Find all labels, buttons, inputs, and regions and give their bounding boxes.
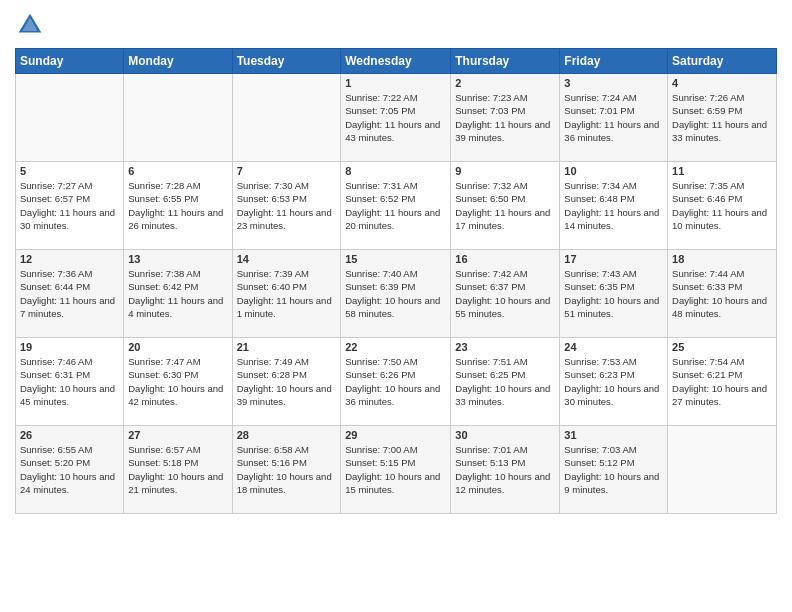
day-info: Sunrise: 7:54 AMSunset: 6:21 PMDaylight:… (672, 355, 772, 408)
calendar-cell: 4Sunrise: 7:26 AMSunset: 6:59 PMDaylight… (668, 74, 777, 162)
day-info: Sunrise: 7:27 AMSunset: 6:57 PMDaylight:… (20, 179, 119, 232)
calendar-cell: 26Sunrise: 6:55 AMSunset: 5:20 PMDayligh… (16, 426, 124, 514)
day-info: Sunrise: 6:55 AMSunset: 5:20 PMDaylight:… (20, 443, 119, 496)
day-info: Sunrise: 7:38 AMSunset: 6:42 PMDaylight:… (128, 267, 227, 320)
calendar-week-row: 26Sunrise: 6:55 AMSunset: 5:20 PMDayligh… (16, 426, 777, 514)
calendar-cell: 16Sunrise: 7:42 AMSunset: 6:37 PMDayligh… (451, 250, 560, 338)
calendar-cell: 15Sunrise: 7:40 AMSunset: 6:39 PMDayligh… (341, 250, 451, 338)
day-number: 1 (345, 77, 446, 89)
day-info: Sunrise: 7:34 AMSunset: 6:48 PMDaylight:… (564, 179, 663, 232)
calendar-cell: 5Sunrise: 7:27 AMSunset: 6:57 PMDaylight… (16, 162, 124, 250)
calendar-cell: 30Sunrise: 7:01 AMSunset: 5:13 PMDayligh… (451, 426, 560, 514)
weekday-header-friday: Friday (560, 49, 668, 74)
weekday-header-wednesday: Wednesday (341, 49, 451, 74)
day-number: 31 (564, 429, 663, 441)
calendar-cell: 6Sunrise: 7:28 AMSunset: 6:55 PMDaylight… (124, 162, 232, 250)
day-info: Sunrise: 7:00 AMSunset: 5:15 PMDaylight:… (345, 443, 446, 496)
day-info: Sunrise: 7:49 AMSunset: 6:28 PMDaylight:… (237, 355, 337, 408)
day-number: 28 (237, 429, 337, 441)
weekday-header-monday: Monday (124, 49, 232, 74)
calendar-cell: 10Sunrise: 7:34 AMSunset: 6:48 PMDayligh… (560, 162, 668, 250)
day-info: Sunrise: 7:26 AMSunset: 6:59 PMDaylight:… (672, 91, 772, 144)
day-info: Sunrise: 6:57 AMSunset: 5:18 PMDaylight:… (128, 443, 227, 496)
weekday-header-row: SundayMondayTuesdayWednesdayThursdayFrid… (16, 49, 777, 74)
calendar-cell: 21Sunrise: 7:49 AMSunset: 6:28 PMDayligh… (232, 338, 341, 426)
calendar-cell (232, 74, 341, 162)
day-info: Sunrise: 7:46 AMSunset: 6:31 PMDaylight:… (20, 355, 119, 408)
day-number: 19 (20, 341, 119, 353)
day-info: Sunrise: 7:24 AMSunset: 7:01 PMDaylight:… (564, 91, 663, 144)
calendar-cell: 18Sunrise: 7:44 AMSunset: 6:33 PMDayligh… (668, 250, 777, 338)
calendar-cell: 25Sunrise: 7:54 AMSunset: 6:21 PMDayligh… (668, 338, 777, 426)
calendar-cell (124, 74, 232, 162)
weekday-header-sunday: Sunday (16, 49, 124, 74)
day-number: 5 (20, 165, 119, 177)
day-number: 21 (237, 341, 337, 353)
day-number: 17 (564, 253, 663, 265)
calendar-cell: 9Sunrise: 7:32 AMSunset: 6:50 PMDaylight… (451, 162, 560, 250)
calendar-week-row: 1Sunrise: 7:22 AMSunset: 7:05 PMDaylight… (16, 74, 777, 162)
day-info: Sunrise: 7:51 AMSunset: 6:25 PMDaylight:… (455, 355, 555, 408)
calendar-cell: 27Sunrise: 6:57 AMSunset: 5:18 PMDayligh… (124, 426, 232, 514)
day-info: Sunrise: 7:44 AMSunset: 6:33 PMDaylight:… (672, 267, 772, 320)
calendar-cell: 19Sunrise: 7:46 AMSunset: 6:31 PMDayligh… (16, 338, 124, 426)
day-info: Sunrise: 7:31 AMSunset: 6:52 PMDaylight:… (345, 179, 446, 232)
calendar-cell: 13Sunrise: 7:38 AMSunset: 6:42 PMDayligh… (124, 250, 232, 338)
day-number: 10 (564, 165, 663, 177)
day-info: Sunrise: 7:28 AMSunset: 6:55 PMDaylight:… (128, 179, 227, 232)
logo (15, 10, 49, 40)
day-number: 8 (345, 165, 446, 177)
day-info: Sunrise: 7:32 AMSunset: 6:50 PMDaylight:… (455, 179, 555, 232)
day-info: Sunrise: 7:43 AMSunset: 6:35 PMDaylight:… (564, 267, 663, 320)
calendar-cell: 23Sunrise: 7:51 AMSunset: 6:25 PMDayligh… (451, 338, 560, 426)
calendar-cell: 31Sunrise: 7:03 AMSunset: 5:12 PMDayligh… (560, 426, 668, 514)
day-number: 14 (237, 253, 337, 265)
day-number: 26 (20, 429, 119, 441)
day-number: 9 (455, 165, 555, 177)
day-number: 12 (20, 253, 119, 265)
day-number: 15 (345, 253, 446, 265)
calendar-table: SundayMondayTuesdayWednesdayThursdayFrid… (15, 48, 777, 514)
day-number: 25 (672, 341, 772, 353)
day-info: Sunrise: 7:23 AMSunset: 7:03 PMDaylight:… (455, 91, 555, 144)
day-info: Sunrise: 6:58 AMSunset: 5:16 PMDaylight:… (237, 443, 337, 496)
day-number: 23 (455, 341, 555, 353)
day-number: 30 (455, 429, 555, 441)
calendar-week-row: 5Sunrise: 7:27 AMSunset: 6:57 PMDaylight… (16, 162, 777, 250)
day-info: Sunrise: 7:22 AMSunset: 7:05 PMDaylight:… (345, 91, 446, 144)
day-info: Sunrise: 7:36 AMSunset: 6:44 PMDaylight:… (20, 267, 119, 320)
calendar-cell: 1Sunrise: 7:22 AMSunset: 7:05 PMDaylight… (341, 74, 451, 162)
calendar-cell (16, 74, 124, 162)
weekday-header-thursday: Thursday (451, 49, 560, 74)
day-number: 11 (672, 165, 772, 177)
day-number: 2 (455, 77, 555, 89)
calendar-cell (668, 426, 777, 514)
day-info: Sunrise: 7:47 AMSunset: 6:30 PMDaylight:… (128, 355, 227, 408)
calendar-week-row: 12Sunrise: 7:36 AMSunset: 6:44 PMDayligh… (16, 250, 777, 338)
day-info: Sunrise: 7:35 AMSunset: 6:46 PMDaylight:… (672, 179, 772, 232)
calendar-cell: 2Sunrise: 7:23 AMSunset: 7:03 PMDaylight… (451, 74, 560, 162)
day-info: Sunrise: 7:03 AMSunset: 5:12 PMDaylight:… (564, 443, 663, 496)
calendar-cell: 28Sunrise: 6:58 AMSunset: 5:16 PMDayligh… (232, 426, 341, 514)
day-number: 18 (672, 253, 772, 265)
calendar-cell: 22Sunrise: 7:50 AMSunset: 6:26 PMDayligh… (341, 338, 451, 426)
day-number: 27 (128, 429, 227, 441)
calendar-week-row: 19Sunrise: 7:46 AMSunset: 6:31 PMDayligh… (16, 338, 777, 426)
day-number: 24 (564, 341, 663, 353)
day-number: 3 (564, 77, 663, 89)
day-number: 7 (237, 165, 337, 177)
day-number: 16 (455, 253, 555, 265)
day-number: 6 (128, 165, 227, 177)
day-number: 22 (345, 341, 446, 353)
day-info: Sunrise: 7:42 AMSunset: 6:37 PMDaylight:… (455, 267, 555, 320)
calendar-cell: 8Sunrise: 7:31 AMSunset: 6:52 PMDaylight… (341, 162, 451, 250)
day-info: Sunrise: 7:40 AMSunset: 6:39 PMDaylight:… (345, 267, 446, 320)
day-number: 4 (672, 77, 772, 89)
day-info: Sunrise: 7:30 AMSunset: 6:53 PMDaylight:… (237, 179, 337, 232)
day-number: 20 (128, 341, 227, 353)
header (15, 10, 777, 40)
calendar-cell: 17Sunrise: 7:43 AMSunset: 6:35 PMDayligh… (560, 250, 668, 338)
calendar-cell: 3Sunrise: 7:24 AMSunset: 7:01 PMDaylight… (560, 74, 668, 162)
day-number: 29 (345, 429, 446, 441)
calendar-cell: 11Sunrise: 7:35 AMSunset: 6:46 PMDayligh… (668, 162, 777, 250)
